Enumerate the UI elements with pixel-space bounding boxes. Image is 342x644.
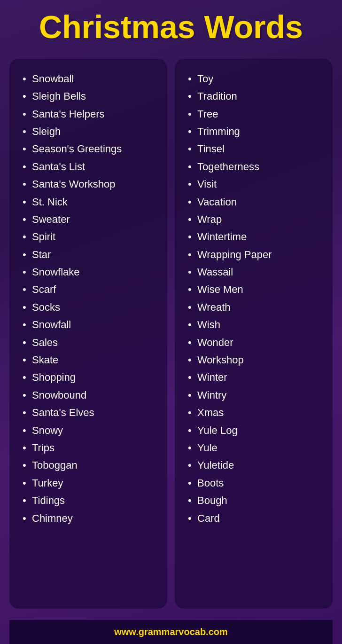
list-item: Wonder bbox=[188, 334, 323, 351]
list-item: Workshop bbox=[188, 351, 323, 369]
list-item: Card bbox=[188, 510, 323, 527]
list-item: Yule Log bbox=[188, 422, 323, 439]
list-item: Season's Greetings bbox=[23, 140, 158, 157]
right-column: ToyTraditionTreeTrimmingTinselTogetherne… bbox=[175, 59, 333, 609]
list-item: Wintry bbox=[188, 386, 323, 404]
list-item: Santa's Helpers bbox=[23, 105, 158, 123]
list-item: Snowy bbox=[23, 422, 158, 439]
list-item: Sleigh Bells bbox=[23, 87, 158, 105]
list-item: Toboggan bbox=[23, 456, 158, 474]
list-item: Toy bbox=[188, 70, 323, 87]
list-item: Tree bbox=[188, 105, 323, 123]
list-item: Santa's Workshop bbox=[23, 175, 158, 193]
list-item: St. Nick bbox=[23, 193, 158, 211]
list-item: Socks bbox=[23, 298, 158, 316]
list-item: Spirit bbox=[23, 228, 158, 245]
list-item: Winter bbox=[188, 369, 323, 386]
list-item: Boots bbox=[188, 474, 323, 492]
list-item: Sales bbox=[23, 334, 158, 351]
list-item: Tidings bbox=[23, 492, 158, 509]
list-item: Bough bbox=[188, 492, 323, 509]
list-item: Scarf bbox=[23, 281, 158, 298]
footer-url: www.grammarvocab.com bbox=[114, 627, 228, 637]
list-item: Snowfall bbox=[23, 316, 158, 333]
list-item: Skate bbox=[23, 351, 158, 369]
right-list: ToyTraditionTreeTrimmingTinselTogetherne… bbox=[188, 70, 323, 527]
left-list: SnowballSleigh BellsSanta's HelpersSleig… bbox=[23, 70, 158, 527]
list-item: Wrap bbox=[188, 211, 323, 228]
list-item: Wish bbox=[188, 316, 323, 333]
list-item: Shopping bbox=[23, 369, 158, 386]
list-item: Xmas bbox=[188, 404, 323, 421]
list-item: Trips bbox=[23, 439, 158, 456]
list-item: Santa's List bbox=[23, 158, 158, 175]
list-item: Wrapping Paper bbox=[188, 246, 323, 263]
list-item: Sleigh bbox=[23, 123, 158, 140]
footer: www.grammarvocab.com bbox=[9, 620, 333, 644]
list-item: Chimney bbox=[23, 510, 158, 527]
list-item: Sweater bbox=[23, 211, 158, 228]
left-column: SnowballSleigh BellsSanta's HelpersSleig… bbox=[9, 59, 167, 609]
list-item: Star bbox=[23, 246, 158, 263]
list-item: Turkey bbox=[23, 474, 158, 492]
list-item: Snowbound bbox=[23, 386, 158, 404]
list-item: Snowflake bbox=[23, 263, 158, 281]
list-item: Wreath bbox=[188, 298, 323, 316]
list-item: Vacation bbox=[188, 193, 323, 211]
list-item: Trimming bbox=[188, 123, 323, 140]
list-item: Snowball bbox=[23, 70, 158, 87]
list-item: Wise Men bbox=[188, 281, 323, 298]
list-item: Wintertime bbox=[188, 228, 323, 245]
list-item: Visit bbox=[188, 175, 323, 193]
list-item: Santa's Elves bbox=[23, 404, 158, 421]
list-item: Tinsel bbox=[188, 140, 323, 157]
list-item: Yuletide bbox=[188, 456, 323, 474]
list-item: Yule bbox=[188, 439, 323, 456]
list-item: Tradition bbox=[188, 87, 323, 105]
list-item: Wassail bbox=[188, 263, 323, 281]
lists-container: SnowballSleigh BellsSanta's HelpersSleig… bbox=[9, 59, 333, 609]
page-title: Christmas Words bbox=[9, 9, 333, 45]
list-item: Togetherness bbox=[188, 158, 323, 175]
